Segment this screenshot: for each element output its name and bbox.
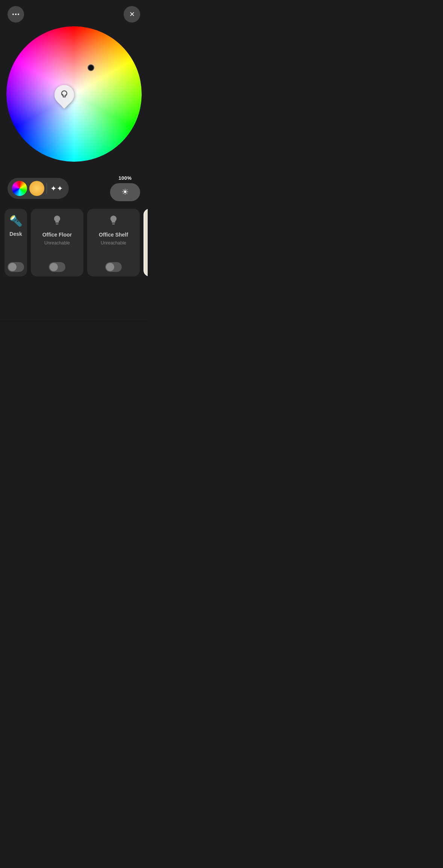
devices-scroll: 🔦 Desk Office Floor Unreachable bbox=[5, 209, 143, 279]
close-icon: ✕ bbox=[129, 10, 135, 18]
device-card-office-shelf[interactable]: Office Shelf Unreachable bbox=[87, 209, 140, 276]
color-position-indicator bbox=[88, 64, 94, 71]
color-pin[interactable] bbox=[54, 85, 74, 108]
office-floor-icon bbox=[52, 215, 62, 228]
more-options-button[interactable] bbox=[8, 6, 24, 23]
color-wheel-section bbox=[0, 0, 148, 162]
office-floor-status: Unreachable bbox=[44, 240, 70, 246]
device-card-test-lightguide[interactable]: Test lightguide ✳ bbox=[144, 209, 148, 276]
warm-mode-button[interactable] bbox=[29, 181, 44, 196]
office-shelf-icon bbox=[108, 215, 119, 228]
header: ✕ bbox=[0, 6, 148, 23]
color-pin-bubble bbox=[51, 81, 79, 109]
device-card-desk[interactable]: 🔦 Desk bbox=[5, 209, 27, 276]
close-button[interactable]: ✕ bbox=[124, 6, 140, 23]
device-card-office-floor[interactable]: Office Floor Unreachable bbox=[31, 209, 83, 276]
office-shelf-name: Office Shelf bbox=[99, 232, 128, 238]
brightness-section: 100% ☀ bbox=[110, 175, 140, 201]
desk-name: Desk bbox=[9, 231, 22, 237]
bulb-pin-icon bbox=[59, 90, 70, 100]
dots-icon bbox=[12, 14, 19, 15]
app-container: ✕ ✦✦ bbox=[0, 0, 148, 320]
mode-divider bbox=[47, 183, 47, 194]
office-floor-toggle[interactable] bbox=[49, 262, 65, 272]
brightness-label: 100% bbox=[118, 175, 132, 181]
controls-row: ✦✦ 100% ☀ bbox=[0, 169, 148, 204]
effects-mode-button[interactable]: ✦✦ bbox=[49, 181, 64, 196]
sparkle-icon: ✦✦ bbox=[50, 184, 63, 193]
color-wheel-wrapper[interactable] bbox=[6, 26, 142, 162]
card-overlay: ✳ bbox=[144, 249, 148, 272]
sun-icon: ☀ bbox=[121, 187, 129, 197]
desk-toggle[interactable] bbox=[8, 262, 24, 272]
office-shelf-status: Unreachable bbox=[101, 240, 126, 246]
brightness-button[interactable]: ☀ bbox=[110, 183, 140, 201]
mode-selector: ✦✦ bbox=[8, 178, 69, 199]
color-mode-button[interactable] bbox=[12, 181, 27, 196]
devices-section: 🔦 Desk Office Floor Unreachable bbox=[0, 204, 148, 279]
office-shelf-toggle[interactable] bbox=[105, 262, 122, 272]
desk-device-icon: 🔦 bbox=[9, 215, 23, 227]
office-floor-name: Office Floor bbox=[42, 232, 72, 238]
